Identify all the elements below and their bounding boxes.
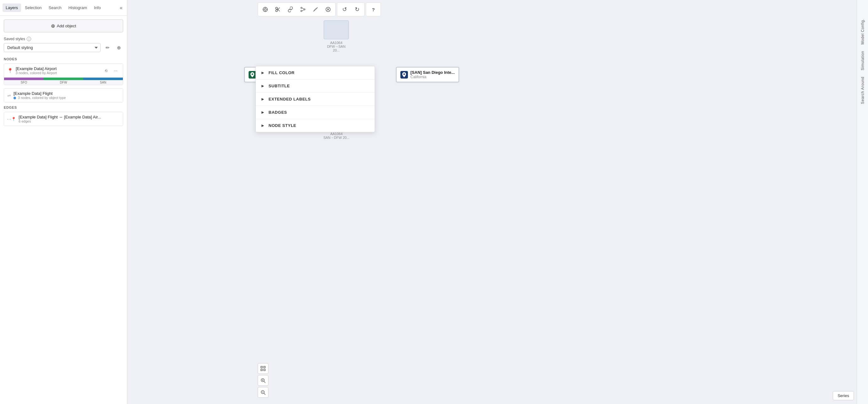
airport-open-button[interactable]: ⎋ [102, 67, 110, 75]
flight-layer-icon: ⇌ [7, 93, 11, 98]
sidebar-content: ⊕ Add object Saved styles i Default styl… [0, 16, 127, 404]
arrow-badges-icon: ▶ [261, 111, 264, 114]
menu-item-subtitle[interactable]: ▶ SUBTITLE [256, 80, 375, 93]
arrow-node-style-icon: ▶ [261, 124, 264, 127]
cross-tool-button[interactable] [322, 3, 334, 15]
svg-point-0 [263, 7, 268, 11]
san-node-info: [SAN] San Diego Inte... California [410, 70, 455, 79]
edit-style-button[interactable]: ✏ [103, 43, 112, 52]
svg-point-11 [301, 10, 302, 11]
edges-section-header: EDGES [4, 105, 123, 109]
arrow-fill-color-icon: ▶ [261, 71, 264, 74]
style-selector-row: Default styling ✏ ⊕ [4, 43, 123, 52]
flight-layer-info: [Example Data] Flight 3 nodes, colored b… [13, 91, 120, 100]
svg-rect-20 [261, 369, 262, 371]
menu-item-fill-color[interactable]: ▶ FILL COLOR [256, 66, 375, 80]
toolbar: ↺ ↻ ? [258, 2, 381, 16]
context-menu: ▶ FILL COLOR ▶ SUBTITLE ▶ EXTENDED LABEL… [255, 66, 375, 132]
style-select[interactable]: Default styling [4, 43, 100, 52]
airport-layer-info: [Example Data] Airport 3 nodes, colored … [16, 66, 100, 75]
help-button[interactable]: ? [367, 3, 379, 15]
edge-card-header: - - 📍 [Example Data] Flight ↔ [Example D… [4, 112, 123, 126]
layer-card-flight-header: ⇌ [Example Data] Flight 3 nodes, colored… [4, 89, 123, 102]
fit-screen-button[interactable] [258, 363, 268, 374]
svg-line-27 [264, 393, 265, 395]
plus-circle-icon: ⊕ [51, 23, 55, 29]
edges-section: EDGES - - 📍 [Example Data] Flight ↔ [Exa… [4, 105, 123, 126]
airport-layer-name: [Example Data] Airport [16, 66, 100, 71]
dfw-pin-icon [249, 71, 256, 79]
color-bar-san: SAN [83, 77, 123, 85]
tab-info[interactable]: Info [91, 3, 104, 12]
edge-layer-info: [Example Data] Flight ↔ [Example Data] A… [19, 115, 120, 123]
toolbar-group-tools [258, 2, 336, 16]
tab-layers[interactable]: Layers [2, 3, 21, 12]
blue-dot-icon [13, 97, 16, 99]
collapse-sidebar-button[interactable]: « [118, 4, 124, 12]
san-pin-icon [400, 71, 408, 79]
flight-layer-desc: 3 nodes, colored by object type [13, 96, 120, 100]
series-button[interactable]: Series [833, 391, 854, 400]
flight-layer-name: [Example Data] Flight [13, 91, 120, 96]
tab-search[interactable]: Search [45, 3, 65, 12]
svg-line-14 [302, 10, 304, 11]
flight-node-dfw-san-label: AA1064 DFW→SAN 20... [324, 41, 349, 52]
canvas-area[interactable]: ↺ ↻ ? ▶ FILL COLOR ▶ SUBTITLE ▶ EXTENDED… [127, 0, 868, 404]
flight-node-dfw-san[interactable] [324, 21, 349, 39]
map-controls [258, 363, 268, 398]
edge-layer-name: [Example Data] Flight ↔ [Example Data] A… [19, 115, 120, 119]
zoom-out-button[interactable] [258, 387, 268, 398]
layer-card-airport-header: 📍 [Example Data] Airport 3 nodes, colore… [4, 64, 123, 77]
target-tool-button[interactable] [259, 3, 271, 15]
arrow-extended-labels-icon: ▶ [261, 97, 264, 101]
color-bar-dfw: DFW [44, 77, 83, 85]
tab-histogram[interactable]: Histogram [65, 3, 90, 12]
menu-item-extended-labels[interactable]: ▶ EXTENDED LABELS [256, 93, 375, 106]
location-pin-icon: 📍 [7, 68, 13, 73]
svg-line-23 [264, 381, 265, 383]
graph-node-san[interactable]: [SAN] San Diego Inte... California [396, 67, 459, 82]
scissors-tool-button[interactable] [272, 3, 284, 15]
fork-tool-button[interactable] [297, 3, 309, 15]
svg-line-13 [302, 8, 304, 9]
add-style-button[interactable]: ⊕ [114, 43, 123, 52]
sidebar: Layers Selection Search Histogram Info «… [0, 0, 127, 404]
svg-rect-21 [264, 369, 265, 371]
saved-styles-label: Saved styles i [4, 37, 123, 41]
right-sidebar: Model Config. Simulation Search Around [857, 0, 868, 404]
flight-node-san-dfw-label: AA1064 SAN→DFW 20... [321, 132, 351, 139]
menu-item-badges[interactable]: ▶ BADGES [256, 106, 375, 119]
layer-card-airport: 📍 [Example Data] Airport 3 nodes, colore… [4, 63, 123, 85]
edge-icon-group: - - 📍 [7, 117, 16, 121]
toolbar-group-history: ↺ ↻ [337, 2, 365, 16]
sidebar-tabs: Layers Selection Search Histogram Info « [0, 0, 127, 16]
dash-icon: - - [7, 117, 11, 121]
tab-selection[interactable]: Selection [22, 3, 44, 12]
airport-color-bars: SFO DFW SAN [4, 77, 123, 85]
toolbar-group-help: ? [366, 2, 381, 16]
edge-pin-icon: 📍 [11, 117, 16, 121]
add-object-button[interactable]: ⊕ Add object [4, 20, 123, 32]
edge-layer-desc: 6 edges [19, 119, 120, 123]
zoom-in-button[interactable] [258, 375, 268, 386]
feather-tool-button[interactable] [310, 3, 321, 15]
edge-card-flight-airport: - - 📍 [Example Data] Flight ↔ [Example D… [4, 112, 123, 126]
link-tool-button[interactable] [284, 3, 296, 15]
right-sidebar-simulation[interactable]: Simulation [861, 51, 865, 70]
layer-card-flight: ⇌ [Example Data] Flight 3 nodes, colored… [4, 88, 123, 102]
undo-button[interactable]: ↺ [338, 3, 350, 15]
redo-button[interactable]: ↻ [351, 3, 363, 15]
svg-rect-19 [264, 366, 265, 368]
right-sidebar-search-around[interactable]: Search Around [861, 76, 865, 104]
svg-point-1 [264, 8, 266, 10]
color-bar-sfo: SFO [4, 77, 44, 85]
airport-more-button[interactable]: ··· [112, 67, 120, 75]
svg-rect-18 [261, 366, 262, 368]
info-icon[interactable]: i [27, 37, 31, 41]
nodes-section-header: NODES [4, 57, 123, 61]
menu-item-node-style[interactable]: ▶ NODE STYLE [256, 119, 375, 132]
airport-layer-desc: 3 nodes, colored by Airport [16, 71, 100, 75]
svg-point-10 [301, 7, 302, 8]
right-sidebar-model-config[interactable]: Model Config. [861, 19, 865, 44]
airport-layer-actions: ⎋ ··· [102, 67, 120, 75]
